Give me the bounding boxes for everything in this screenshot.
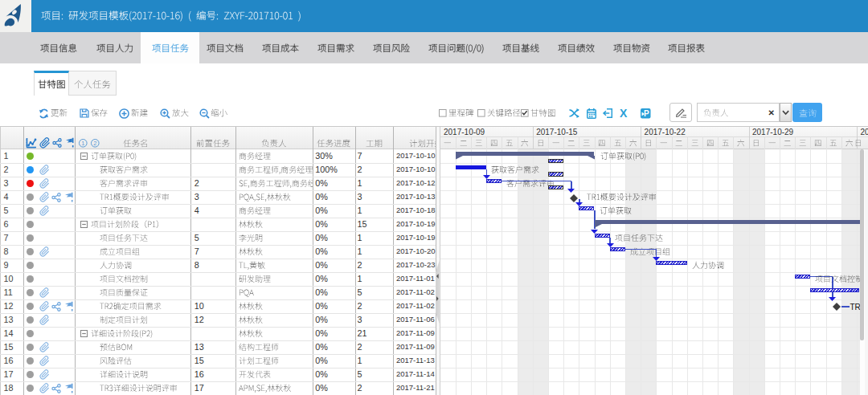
svg-text:1: 1 bbox=[81, 139, 84, 146]
svg-text:P: P bbox=[644, 109, 649, 118]
svg-text:2: 2 bbox=[93, 139, 96, 146]
